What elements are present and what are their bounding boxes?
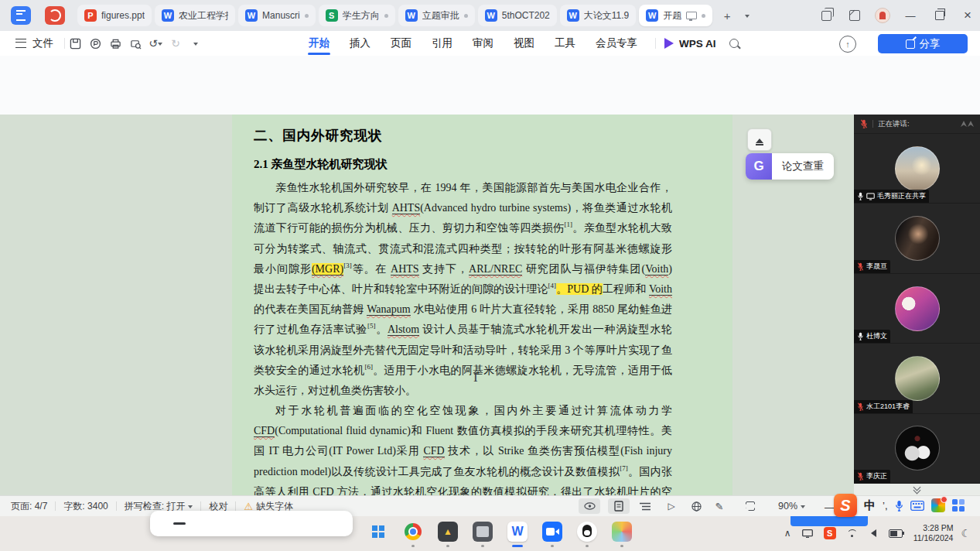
highlight-view-button[interactable] [579,498,600,514]
taskbar-wps[interactable]: W [507,521,528,542]
page-indicator[interactable]: 页面: 4/7 [11,500,47,513]
search-icon [729,39,739,48]
outline-view-button[interactable] [634,498,656,514]
document-tab[interactable]: S学生方向 [319,5,395,26]
share-icon [906,39,915,49]
quickbar-more-button[interactable] [186,35,206,52]
floating-toolbar[interactable] [150,511,353,536]
ime-keyboard-icon[interactable] [910,501,924,511]
taskbar-photos[interactable] [611,521,633,542]
ribbon-search-button[interactable] [724,35,744,52]
ime-language-toggle[interactable]: 中 [864,498,876,513]
print-preview-button[interactable] [125,35,145,52]
tray-wifi-icon[interactable] [847,529,856,537]
restore-button[interactable] [930,6,950,25]
hamburger-icon[interactable] [15,39,26,48]
zoom-level[interactable]: 90% [778,501,805,512]
app-warning-icon: ▲ [438,522,458,542]
taskbar-clock[interactable]: 3:28 PM 11/16/2024 [913,523,954,543]
menu-审阅[interactable]: 审阅 [463,32,504,55]
undo-button[interactable]: ↺ [145,35,166,52]
export-pdf-button[interactable] [85,35,105,52]
taskbar-app-warning[interactable]: ▲ [437,521,459,542]
ime-mic-icon[interactable] [895,500,903,512]
new-tab-button[interactable]: + [719,7,736,24]
document-text-line: 国 IT 电力公司(IT Power Ltd)采用 CFD 技术，以 Strik… [254,441,672,461]
cloud-upload-button[interactable]: ↑ [839,36,856,53]
titlebar: Pfigures.pptW农业工程学报WManuscriS学生方向W立题审批W5… [0,0,980,31]
document-workspace[interactable]: 二、国内外研究现状 2.1 亲鱼型水轮机研究现状 亲鱼性水轮机国外研究较早，在 … [0,115,854,495]
tab-list-button[interactable] [739,7,756,24]
taskbar-meeting[interactable] [541,521,563,542]
tray-volume-icon[interactable] [867,529,878,537]
menu-开始[interactable]: 开始 [299,32,340,55]
ink-annotate-button[interactable]: ✎ [709,498,730,514]
menu-插入[interactable]: 插入 [340,32,381,55]
word-file-icon: W [646,9,658,22]
web-view-button[interactable] [685,498,707,514]
share-button[interactable]: 分享 [878,34,968,53]
menu-页面[interactable]: 页面 [381,32,422,55]
tray-sogou-icon[interactable]: S [824,527,836,539]
participant-tile[interactable]: 李庆正 [854,414,980,484]
participant-tile[interactable]: 毛秀丽正在共享 [854,134,980,204]
workspace-box-button[interactable] [845,6,865,25]
document-tab[interactable]: W农业工程学报 [155,5,235,26]
text: [7] [620,464,628,472]
account-avatar-button[interactable] [872,6,893,25]
tray-display-icon[interactable] [802,529,813,538]
taskbar-app-capture[interactable] [472,521,493,542]
tray-expand-button[interactable]: ∧ [784,528,791,539]
wps-logo-icon[interactable] [45,6,65,25]
tray-battery-icon[interactable] [889,529,903,538]
save-icon [70,38,81,50]
sogou-ime-icon[interactable]: S [834,494,857,517]
document-tab[interactable]: WManuscri [238,5,316,26]
participant-tile[interactable]: 李晟亘 [854,204,980,273]
ime-skin-icon[interactable] [931,498,945,512]
focus-assist-moon-icon[interactable]: ☾ [961,527,971,539]
ime-punctuation-toggle[interactable]: ’, [883,500,888,512]
document-tab[interactable]: W大论文11.9 [560,5,636,26]
menu-会员专享[interactable]: 会员专享 [586,32,647,55]
document-content[interactable]: 二、国内外研究现状 2.1 亲鱼型水轮机研究现状 亲鱼性水轮机国外研究较早，在 … [254,121,672,495]
document-tab[interactable]: W5thOCT202 [478,5,557,26]
print-button[interactable] [105,35,125,52]
collapse-panel-button[interactable] [747,128,772,151]
text: 的代表在美国瓦纳普姆 [254,303,367,315]
ime-toolbox-icon[interactable] [952,499,965,512]
participant-tile[interactable]: 杜博文 [854,274,980,344]
document-tab[interactable]: W开题 [639,5,712,26]
pages-stack-button[interactable] [816,6,836,25]
participant-name: 毛秀丽正在共享 [877,191,926,201]
fullscreen-button[interactable] [739,498,761,514]
taskbar-qq[interactable] [576,521,598,542]
taskbar-browser[interactable] [402,521,424,542]
menu-视图[interactable]: 视图 [504,32,545,55]
minimize-button[interactable]: — [900,6,920,25]
underlined-term: ARL/NREC [469,263,522,276]
page-view-button[interactable] [608,498,630,514]
menu-工具[interactable]: 工具 [545,32,586,55]
redo-button[interactable]: ↻ [166,35,186,52]
outline-icon [640,502,650,511]
document-tab[interactable]: W立题审批 [398,5,475,26]
wps-ai-button[interactable]: WPS AI [664,38,716,50]
text: 研究团队与福伊特集团( [522,263,645,275]
participant-avatar [895,286,940,331]
word-count[interactable]: 字数: 3400 [63,500,108,513]
participant-tile[interactable]: 水工2101李睿 [854,344,980,413]
start-button[interactable] [367,521,389,542]
document-text-line: 最小间隙形(MGR)[3]等。在 AHTS 支持下，ARL/NREC 研究团队与… [254,259,672,279]
minimize-dash-icon [173,522,186,525]
text: 。 [376,323,388,335]
home-icon[interactable] [11,6,31,25]
close-button[interactable]: × [958,6,978,25]
reader-view-button[interactable]: ▷ [661,498,682,514]
document-tab[interactable]: Pfigures.ppt [77,5,152,26]
menu-引用[interactable]: 引用 [422,32,463,55]
plagiarism-check-button[interactable]: G 论文查重 [746,153,834,180]
save-button[interactable] [65,35,85,52]
file-menu[interactable]: 文件 [32,36,53,50]
participant-label: 杜博文 [854,330,890,343]
